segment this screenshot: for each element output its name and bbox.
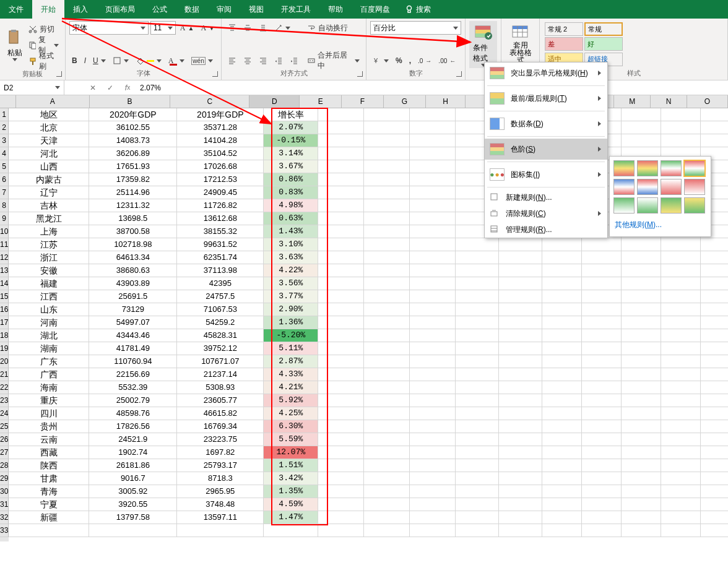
menu-file[interactable]: 文件 xyxy=(0,0,32,19)
formula-input[interactable]: 2.07% xyxy=(136,80,728,95)
cell[interactable] xyxy=(364,238,410,251)
cell[interactable] xyxy=(542,524,582,537)
conditional-format-button[interactable]: 条件格式 xyxy=(469,21,497,68)
row-header[interactable]: 25 xyxy=(0,420,9,433)
cell[interactable] xyxy=(542,342,582,355)
column-header-H[interactable]: H xyxy=(426,95,466,108)
decrease-indent-button[interactable] xyxy=(272,54,285,67)
cell[interactable] xyxy=(701,394,728,407)
cell[interactable]: 54997.07 xyxy=(89,316,177,329)
cell[interactable] xyxy=(661,368,701,381)
comma-button[interactable]: , xyxy=(407,54,414,67)
cell[interactable] xyxy=(456,238,499,251)
cell[interactable]: 17026.68 xyxy=(177,160,264,173)
cell[interactable] xyxy=(410,134,456,147)
cell[interactable] xyxy=(499,394,542,407)
cell[interactable]: 12311.32 xyxy=(89,199,177,212)
row-header[interactable]: 20 xyxy=(0,355,9,368)
row-header[interactable]: 31 xyxy=(0,498,9,511)
column-header-A[interactable]: A xyxy=(16,95,90,108)
cell[interactable] xyxy=(499,446,542,459)
cell[interactable]: 12.07% xyxy=(264,446,318,459)
cell[interactable]: 宁夏 xyxy=(9,498,89,511)
cell[interactable] xyxy=(499,264,542,277)
color-scale-option[interactable] xyxy=(661,160,682,176)
cell[interactable]: 0.63% xyxy=(264,212,318,225)
cell[interactable] xyxy=(661,472,701,485)
cell[interactable] xyxy=(410,342,456,355)
bold-button[interactable]: B xyxy=(69,54,80,67)
cell[interactable]: 26181.86 xyxy=(89,459,177,472)
cell[interactable] xyxy=(622,420,661,433)
cell[interactable]: 5.92% xyxy=(264,394,318,407)
cell[interactable]: 3.77% xyxy=(264,290,318,303)
cell[interactable]: 1.47% xyxy=(264,511,318,524)
cell[interactable]: 13612.68 xyxy=(177,212,264,225)
cell[interactable] xyxy=(582,290,622,303)
cell[interactable] xyxy=(622,407,661,420)
menu-formula[interactable]: 公式 xyxy=(144,0,176,19)
cell[interactable] xyxy=(456,407,499,420)
cell[interactable] xyxy=(542,420,582,433)
italic-button[interactable]: I xyxy=(82,54,89,67)
cell[interactable]: 36102.55 xyxy=(89,121,177,134)
cell[interactable] xyxy=(582,381,622,394)
cell[interactable]: 河南 xyxy=(9,316,89,329)
column-header-D[interactable]: D xyxy=(249,95,300,108)
clipboard-launcher[interactable] xyxy=(56,71,64,79)
cell[interactable] xyxy=(410,186,456,199)
cell[interactable] xyxy=(410,394,456,407)
color-scale-option[interactable] xyxy=(613,160,635,176)
menu-baidu[interactable]: 百度网盘 xyxy=(352,0,399,19)
cell[interactable]: 山西 xyxy=(9,160,89,173)
cell[interactable] xyxy=(701,342,728,355)
cell[interactable]: 107671.07 xyxy=(177,355,264,368)
cell[interactable] xyxy=(318,108,364,121)
column-header-E[interactable]: E xyxy=(300,95,342,108)
cell[interactable] xyxy=(542,459,582,472)
cell[interactable] xyxy=(622,290,661,303)
cell[interactable] xyxy=(499,407,542,420)
cell[interactable]: 25114.96 xyxy=(89,186,177,199)
font-color-button[interactable]: A xyxy=(166,54,188,67)
cell[interactable]: 上海 xyxy=(9,225,89,238)
cell[interactable] xyxy=(661,485,701,498)
cell[interactable] xyxy=(701,381,728,394)
cell[interactable]: 江苏 xyxy=(9,238,89,251)
cell[interactable] xyxy=(701,108,728,121)
cell[interactable] xyxy=(364,511,410,524)
cell[interactable] xyxy=(542,407,582,420)
cell[interactable]: 1.36% xyxy=(264,316,318,329)
menu-help[interactable]: 帮助 xyxy=(319,0,352,19)
cell[interactable] xyxy=(456,329,499,342)
row-header[interactable]: 11 xyxy=(0,238,9,251)
cell[interactable]: 25691.5 xyxy=(89,290,177,303)
cell[interactable] xyxy=(410,264,456,277)
cell[interactable] xyxy=(410,290,456,303)
cell[interactable] xyxy=(89,524,177,537)
cell[interactable] xyxy=(701,329,728,342)
cell[interactable] xyxy=(701,472,728,485)
cell[interactable]: 4.33% xyxy=(264,368,318,381)
cell[interactable] xyxy=(701,290,728,303)
paste-button[interactable]: 粘贴 xyxy=(4,21,26,68)
decrease-decimal-button[interactable]: .00← xyxy=(436,54,458,67)
cell[interactable] xyxy=(701,524,728,537)
cell[interactable] xyxy=(364,160,410,173)
cell[interactable] xyxy=(661,498,701,511)
cell[interactable] xyxy=(364,446,410,459)
row-header[interactable]: 9 xyxy=(0,212,9,225)
color-scale-option[interactable] xyxy=(684,179,705,195)
cell[interactable] xyxy=(364,433,410,446)
cell[interactable]: 73129 xyxy=(89,303,177,316)
cell[interactable] xyxy=(582,394,622,407)
cell[interactable] xyxy=(542,277,582,290)
cell[interactable]: 安徽 xyxy=(9,264,89,277)
cell[interactable] xyxy=(661,121,701,134)
color-scale-option[interactable] xyxy=(661,197,682,213)
cell[interactable] xyxy=(364,251,410,264)
row-header[interactable]: 4 xyxy=(0,147,9,160)
cell[interactable] xyxy=(364,459,410,472)
cell[interactable]: 5532.39 xyxy=(89,381,177,394)
cell[interactable]: 重庆 xyxy=(9,394,89,407)
